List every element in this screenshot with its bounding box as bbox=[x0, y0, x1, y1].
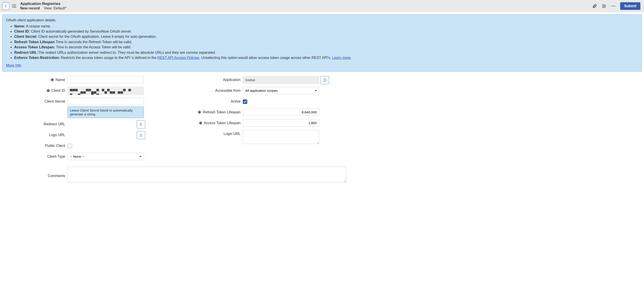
logo-url-unlock-button[interactable] bbox=[137, 131, 145, 139]
header-actions: Submit bbox=[592, 2, 640, 10]
submit-button[interactable]: Submit bbox=[620, 2, 640, 10]
accessible-from-label: Accessible from bbox=[215, 89, 240, 93]
info-panel: OAuth client application details. Name: … bbox=[2, 15, 642, 72]
row-login-url: Login URL bbox=[180, 130, 346, 144]
lock-icon bbox=[139, 123, 143, 126]
info-item: Refresh Token Lifespan Time in seconds t… bbox=[14, 40, 638, 45]
menu-button[interactable] bbox=[12, 4, 17, 9]
page-subtitle: New record View: Default* bbox=[20, 6, 66, 11]
row-access-token: ✱Access Token Lifespan bbox=[180, 119, 346, 128]
public-client-checkbox[interactable] bbox=[68, 144, 72, 148]
comments-label: Comments bbox=[48, 174, 65, 178]
row-logo-url: Logo URL bbox=[4, 131, 171, 140]
svg-rect-3 bbox=[140, 124, 142, 126]
svg-point-6 bbox=[324, 79, 325, 80]
chevron-left-icon bbox=[4, 5, 8, 8]
redirect-url-label: Redirect URL bbox=[44, 122, 65, 126]
application-value bbox=[243, 76, 319, 84]
info-item: Name: A unique name. bbox=[14, 24, 638, 29]
back-button[interactable] bbox=[2, 2, 10, 10]
public-client-label: Public Client bbox=[45, 144, 65, 148]
form-area: ✱Name ✱Client ID ▀▀▀ ▄▄▀▀▄▄▀ ▀▄▀▄▄ ▄▄▀ ▀… bbox=[0, 74, 351, 166]
row-accessible-from: Accessible from All application scopes bbox=[180, 87, 346, 95]
row-application: Application bbox=[180, 76, 346, 85]
client-secret-label: Client Secret bbox=[44, 99, 65, 104]
ellipsis-icon bbox=[611, 4, 616, 9]
row-client-type: Client Type -- None -- bbox=[4, 153, 171, 161]
svg-point-2 bbox=[614, 6, 615, 7]
info-item: Redirect URL:The rediect URLs authorizat… bbox=[14, 50, 638, 55]
form-right-column: Application Accessible from All applicat… bbox=[180, 76, 346, 161]
personalize-button[interactable] bbox=[601, 3, 607, 9]
client-type-label: Client Type bbox=[47, 155, 65, 159]
name-label: Name bbox=[56, 78, 65, 82]
comments-input[interactable] bbox=[68, 167, 346, 182]
name-input[interactable] bbox=[68, 76, 144, 84]
form-left-column: ✱Name ✱Client ID ▀▀▀ ▄▄▀▀▄▄▀ ▀▄▀▄▄ ▄▄▀ ▀… bbox=[4, 76, 171, 161]
client-secret-input[interactable] bbox=[68, 98, 144, 105]
info-item-enforce: Enforce Token Restriction: Restricts the… bbox=[14, 55, 638, 60]
more-actions-button[interactable] bbox=[611, 3, 616, 9]
client-id-label: Client ID bbox=[52, 89, 65, 93]
access-token-label: Access Token Lifespan bbox=[204, 121, 240, 125]
row-redirect-url: Redirect URL bbox=[4, 120, 171, 129]
svg-point-0 bbox=[612, 6, 612, 7]
info-item: Client ID: Client ID automatically gener… bbox=[14, 29, 638, 34]
refresh-token-label: Refresh Token Lifespan bbox=[203, 110, 240, 114]
refresh-token-input[interactable] bbox=[243, 108, 319, 116]
row-client-id: ✱Client ID ▀▀▀ ▄▄▀▀▄▄▀ ▀▄▀▄▄ ▄▄▀ ▀ ▀▄▄▀▄… bbox=[4, 87, 171, 95]
page-header: Application Registries New record View: … bbox=[0, 0, 644, 12]
client-type-select[interactable]: -- None -- bbox=[68, 153, 144, 160]
active-checkbox[interactable] bbox=[243, 99, 247, 104]
application-info-button[interactable] bbox=[320, 76, 329, 84]
row-refresh-token: ✱Refresh Token Lifespan bbox=[180, 108, 346, 117]
login-url-input[interactable] bbox=[243, 130, 319, 144]
paperclip-icon bbox=[592, 4, 597, 9]
client-secret-help: Leave Client Secret blank to automatical… bbox=[68, 106, 144, 118]
more-info-link[interactable]: More Info bbox=[6, 63, 21, 68]
svg-rect-4 bbox=[140, 135, 142, 136]
learn-more-link[interactable]: Learn more bbox=[332, 56, 351, 60]
title-block: Application Registries New record View: … bbox=[20, 1, 66, 11]
redirect-url-unlock-button[interactable] bbox=[137, 120, 145, 128]
login-url-label: Login URL bbox=[224, 132, 240, 136]
client-id-value: ▀▀▀ ▄▄▀▀▄▄▀ ▀▄▀▄▄ ▄▄▀ ▀ ▀▄▄▀▄▄▄▄▀ ▀ ▄▄ bbox=[68, 87, 144, 95]
svg-point-1 bbox=[613, 6, 614, 7]
row-public-client: Public Client bbox=[4, 142, 171, 150]
info-item: Client Secret: Client secret for the OAu… bbox=[14, 34, 638, 39]
info-list: Name: A unique name. Client ID: Client I… bbox=[14, 24, 638, 61]
accessible-from-select[interactable]: All application scopes bbox=[243, 87, 319, 94]
row-name: ✱Name bbox=[4, 76, 171, 85]
info-intro: OAuth client application details. bbox=[6, 18, 638, 23]
info-icon bbox=[323, 78, 327, 82]
row-comments: Comments bbox=[0, 166, 351, 188]
lock-icon bbox=[139, 133, 143, 137]
row-client-secret: Client Secret Leave Client Secret blank … bbox=[4, 98, 171, 118]
logo-url-label: Logo URL bbox=[49, 133, 65, 137]
active-label: Active bbox=[231, 99, 240, 104]
application-label: Application bbox=[223, 78, 240, 82]
attachment-button[interactable] bbox=[592, 3, 597, 9]
row-active: Active bbox=[180, 98, 346, 106]
access-token-input[interactable] bbox=[243, 119, 319, 127]
page-title: Application Registries bbox=[20, 1, 66, 6]
sliders-icon bbox=[602, 4, 606, 9]
rest-api-policies-link[interactable]: REST API Access Policies bbox=[157, 56, 199, 60]
info-item: Access Token Lifespan: Time in seconds t… bbox=[14, 45, 638, 50]
